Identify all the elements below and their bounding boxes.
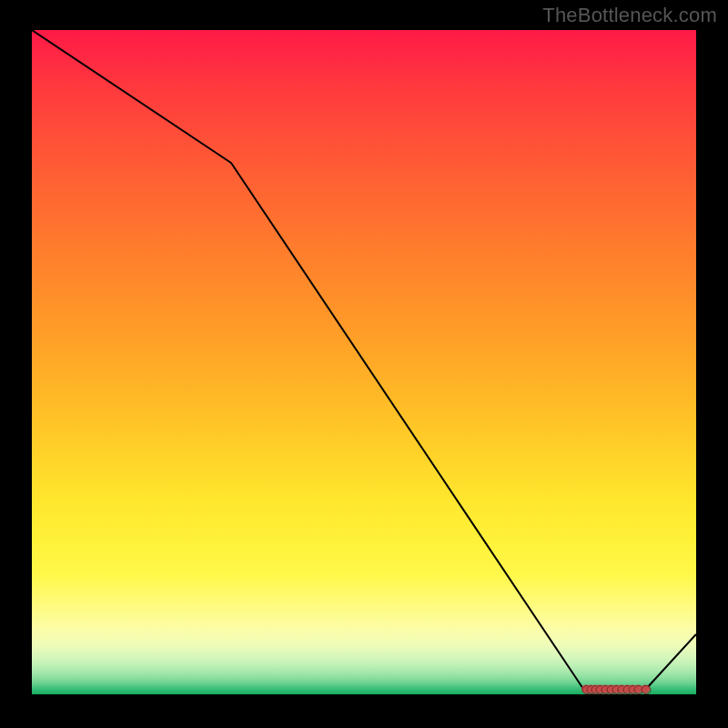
plot-area bbox=[32, 30, 696, 694]
line-overlay-svg bbox=[32, 30, 696, 694]
marker-cluster bbox=[581, 685, 651, 694]
watermark-text: TheBottleneck.com bbox=[542, 4, 717, 27]
chart-canvas: TheBottleneck.com bbox=[0, 0, 728, 728]
bottleneck-curve bbox=[32, 30, 696, 689]
